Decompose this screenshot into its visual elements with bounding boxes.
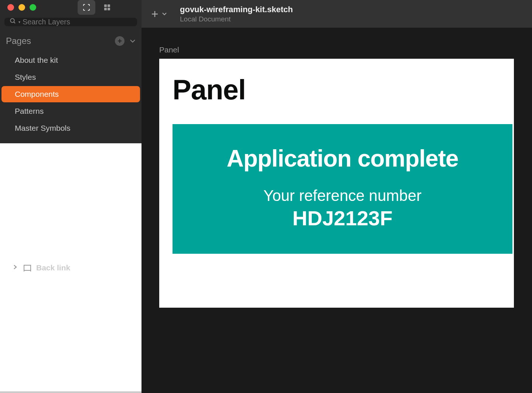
search-input[interactable] xyxy=(23,18,132,26)
view-switcher xyxy=(78,0,116,15)
panel-reference: HDJ2123F xyxy=(187,206,498,230)
svg-rect-3 xyxy=(108,8,110,10)
search-icon xyxy=(10,18,16,26)
pages-title: Pages xyxy=(6,36,31,46)
page-item-styles[interactable]: Styles xyxy=(1,69,140,85)
search-dropdown-icon[interactable]: ▾ xyxy=(18,20,20,24)
pages-list: About the kit Styles Components Patterns… xyxy=(0,51,141,139)
maximize-window-button[interactable] xyxy=(30,4,36,11)
insert-button[interactable] xyxy=(150,10,167,18)
plus-icon xyxy=(150,10,159,18)
svg-rect-6 xyxy=(24,265,31,270)
minimize-window-button[interactable] xyxy=(18,4,25,11)
sidebar: ▾ Pages + About the kit Styles Component… xyxy=(0,0,141,393)
pages-actions: + xyxy=(115,36,136,46)
chevron-right-icon xyxy=(13,264,18,271)
window-controls xyxy=(7,4,36,11)
panel-body-prefix: Your reference number xyxy=(187,187,498,205)
svg-point-4 xyxy=(10,18,14,23)
svg-rect-2 xyxy=(104,8,107,10)
svg-line-5 xyxy=(14,22,15,23)
svg-rect-0 xyxy=(104,4,107,7)
artboard-panel[interactable]: Panel Application complete Your referenc… xyxy=(159,59,514,308)
document-info: govuk-wireframing-kit.sketch Local Docum… xyxy=(180,5,293,23)
titlebar xyxy=(0,0,141,15)
collapse-pages-icon[interactable] xyxy=(130,38,136,44)
pages-header: Pages + xyxy=(0,29,141,51)
svg-rect-1 xyxy=(108,4,110,7)
grid-icon xyxy=(103,3,112,12)
page-item-about[interactable]: About the kit xyxy=(1,52,140,68)
page-item-patterns[interactable]: Patterns xyxy=(1,103,140,119)
chevron-down-icon xyxy=(162,13,167,16)
panel-heading[interactable]: Panel xyxy=(173,74,514,106)
govuk-panel[interactable]: Application complete Your reference numb… xyxy=(173,124,512,254)
add-page-button[interactable]: + xyxy=(115,36,125,46)
canvas[interactable]: Panel Panel Application complete Your re… xyxy=(141,28,532,393)
main-area: govuk-wireframing-kit.sketch Local Docum… xyxy=(141,0,532,393)
canvas-view-button[interactable] xyxy=(78,0,95,15)
panel-title: Application complete xyxy=(187,145,498,172)
page-item-master-symbols[interactable]: Master Symbols xyxy=(1,120,140,136)
artboard-icon xyxy=(23,264,32,271)
document-title: govuk-wireframing-kit.sketch xyxy=(180,5,293,14)
components-view-button[interactable] xyxy=(98,0,116,15)
document-subtitle: Local Document xyxy=(180,15,293,23)
artboard-label[interactable]: Panel xyxy=(159,45,532,54)
layers-list: Back link Breadcrumbs Buttons xyxy=(0,143,141,393)
page-item-components[interactable]: Components xyxy=(1,86,140,102)
main-toolbar: govuk-wireframing-kit.sketch Local Docum… xyxy=(141,0,532,28)
canvas-icon xyxy=(82,3,91,12)
search-box[interactable]: ▾ xyxy=(4,18,137,26)
close-window-button[interactable] xyxy=(7,4,14,11)
